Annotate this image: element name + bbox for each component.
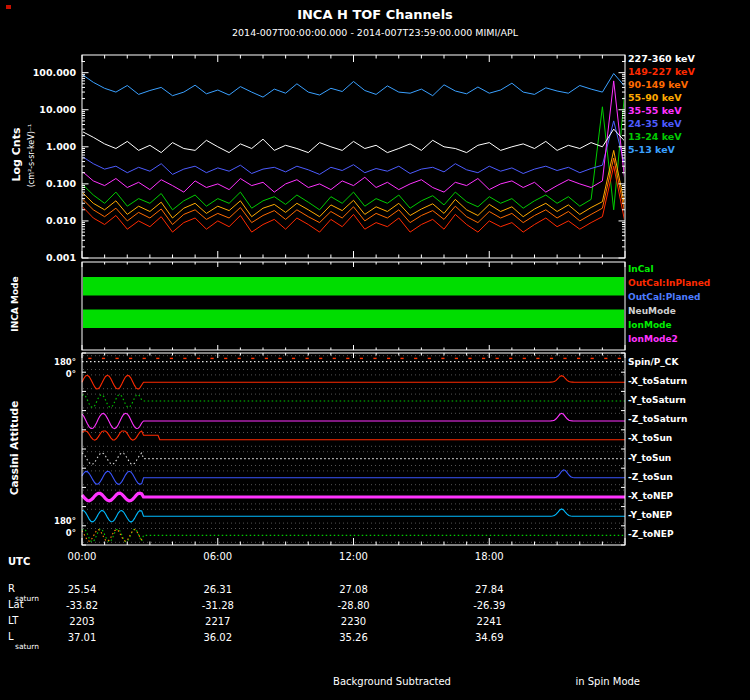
mode-legend-item: IonMode2: [628, 334, 678, 344]
energy-legend-item: 149-227 keV: [628, 66, 695, 77]
ephemeris-row-label: Lat: [8, 600, 24, 610]
utc-tick-label: 06:00: [183, 551, 253, 562]
ephemeris-row-label: Lsaturn: [8, 632, 39, 652]
mode-legend-item: OutCal:InPlaned: [628, 278, 710, 288]
mode-legend-item: InCal: [628, 264, 654, 274]
counts-ytick-label: 10.000: [30, 104, 76, 115]
ephemeris-value: 34.69: [454, 632, 524, 643]
energy-legend-item: 55-90 keV: [628, 92, 682, 103]
ephemeris-value: -33.82: [47, 600, 117, 611]
footer-background-subtracted: Background Subtracted: [292, 676, 492, 687]
counts-ytick-label: 0.001: [30, 252, 76, 263]
utc-axis-label: UTC: [8, 556, 30, 567]
attitude-ytick-label: 0°: [42, 528, 76, 538]
energy-legend-item: 90-149 keV: [628, 79, 688, 90]
ephemeris-row-label: LT: [8, 616, 18, 626]
energy-legend-item: 24-35 keV: [628, 118, 682, 129]
utc-tick-label: 00:00: [47, 551, 117, 562]
attitude-row-label: -X_toSun: [628, 433, 672, 443]
footer-spin-mode: in Spin Mode: [530, 676, 640, 687]
inca-tof-plot-screenshot: INCA H TOF Channels 2014-007T00:00:00.00…: [0, 0, 750, 700]
ephemeris-value: 2203: [47, 616, 117, 627]
ephemeris-value: 25.54: [47, 584, 117, 595]
attitude-row-label: -Z_toNEP: [628, 529, 674, 539]
ephemeris-value: 27.84: [454, 584, 524, 595]
counts-ytick-label: 0.010: [30, 215, 76, 226]
page-subtitle: 2014-007T00:00:00.000 - 2014-007T23:59:0…: [0, 27, 750, 38]
utc-tick-label: 18:00: [454, 551, 524, 562]
utc-tick-label: 12:00: [319, 551, 389, 562]
energy-legend-item: 227-360 keV: [628, 53, 695, 64]
ephemeris-value: 37.01: [47, 632, 117, 643]
mode-legend-item: NeuMode: [628, 306, 676, 316]
mode-legend-item: IonMode: [628, 320, 672, 330]
ephemeris-value: 2230: [319, 616, 389, 627]
page-title: INCA H TOF Channels: [0, 7, 750, 22]
ephemeris-value: -26.39: [454, 600, 524, 611]
attitude-row-label: -Y_toNEP: [628, 510, 672, 520]
ephemeris-value: 26.31: [183, 584, 253, 595]
energy-legend-item: 5-13 keV: [628, 144, 675, 155]
ephemeris-value: -28.80: [319, 600, 389, 611]
ephemeris-value: 2217: [183, 616, 253, 627]
attitude-row-label: -X_toNEP: [628, 491, 673, 501]
counts-axis-title: Log Cnts: [10, 85, 23, 225]
mode-legend-item: OutCal:Planed: [628, 292, 700, 302]
counts-ytick-label: 100.000: [30, 67, 76, 78]
mode-axis-title: INCA Mode: [10, 234, 20, 374]
counts-ytick-label: 1.000: [30, 141, 76, 152]
ephemeris-value: 27.08: [319, 584, 389, 595]
attitude-ytick-label: 180°: [42, 516, 76, 526]
attitude-axis-title: Cassini Attitude: [8, 378, 20, 518]
ephemeris-value: 36.02: [183, 632, 253, 643]
energy-legend-item: 35-55 keV: [628, 105, 682, 116]
attitude-row-label: Spin/P_CK: [628, 357, 678, 367]
counts-ytick-label: 0.100: [30, 178, 76, 189]
attitude-row-label: -X_toSaturn: [628, 376, 687, 386]
attitude-ytick-label: 0°: [42, 369, 76, 379]
energy-legend-item: 13-24 keV: [628, 131, 682, 142]
attitude-row-label: -Y_toSun: [628, 453, 671, 463]
attitude-ytick-label: 180°: [42, 357, 76, 367]
ephemeris-value: 2241: [454, 616, 524, 627]
attitude-row-label: -Z_toSun: [628, 472, 673, 482]
attitude-row-label: -Z_toSaturn: [628, 414, 687, 424]
ephemeris-value: 35.26: [319, 632, 389, 643]
ephemeris-value: -31.28: [183, 600, 253, 611]
attitude-row-label: -Y_toSaturn: [628, 395, 686, 405]
